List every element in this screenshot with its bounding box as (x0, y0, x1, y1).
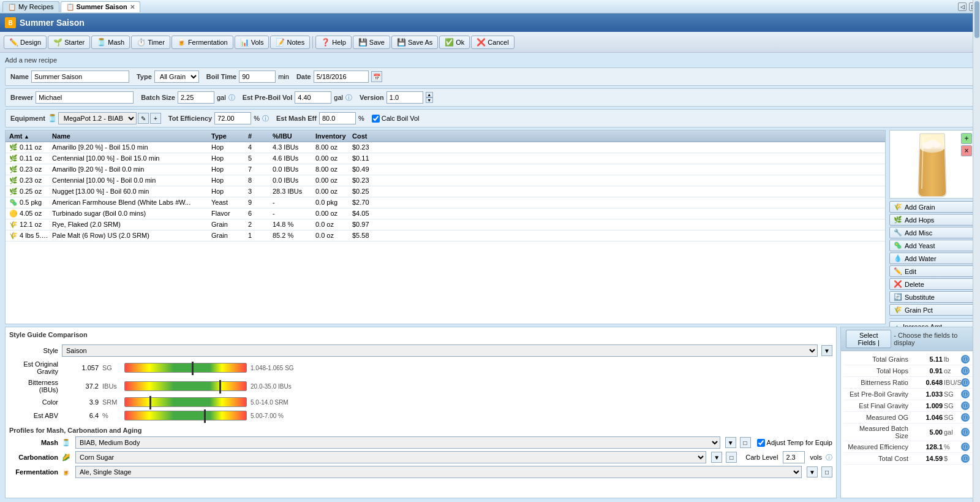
style-select[interactable]: Saison (62, 344, 818, 357)
select-fields-btn[interactable]: Select Fields | (846, 330, 891, 348)
adjust-temp-checkbox[interactable] (757, 439, 765, 447)
brewer-input[interactable] (36, 91, 134, 104)
row-amt: 🌿 0.11 oz (8, 154, 51, 163)
add-hops-btn[interactable]: 🌿Add Hops (889, 214, 975, 226)
design-btn[interactable]: ✏️Design (4, 36, 47, 49)
bitterness-ratio-info[interactable]: ⓘ (961, 378, 970, 387)
ferm-edit-btn[interactable]: ▼ (807, 466, 818, 477)
tab-my-recipes[interactable]: 📋 My Recipes (2, 1, 59, 12)
carb-select[interactable]: Corn Sugar (75, 451, 706, 463)
table-row[interactable]: 🌿 0.23 oz Amarillo [9.20 %] - Boil 0.0 m… (6, 164, 885, 175)
starter-btn[interactable]: 🌱Starter (48, 36, 90, 49)
mash-eff-input[interactable] (319, 112, 356, 124)
mash-btn[interactable]: 🫙Mash (91, 36, 130, 49)
style-options-btn[interactable]: ▼ (821, 345, 832, 356)
glass-del-btn[interactable]: × (961, 145, 972, 156)
col-cost[interactable]: Cost (351, 132, 382, 140)
carb-options-btn[interactable]: □ (726, 452, 737, 463)
tot-eff-info[interactable]: ⓘ (262, 114, 269, 123)
total-cost-info[interactable]: ⓘ (961, 454, 970, 463)
save-as-btn[interactable]: 💾Save As (391, 36, 438, 49)
col-num[interactable]: # (247, 132, 271, 140)
add-misc-btn[interactable]: 🔧Add Misc (889, 227, 975, 238)
starter-icon: 🌱 (53, 38, 62, 47)
version-input[interactable] (386, 91, 423, 104)
name-input[interactable] (31, 70, 129, 83)
batch-size-input[interactable] (178, 91, 214, 104)
bitterness-ratio-unit: IBU/SG (943, 379, 961, 386)
equipment-select[interactable]: MegaPot 1.2 - BIAB (58, 112, 137, 124)
total-hops-info[interactable]: ⓘ (961, 367, 970, 375)
mash-select[interactable]: BIAB, Medium Body (75, 436, 720, 449)
notes-btn[interactable]: 📝Notes (270, 36, 310, 49)
final-gravity-info[interactable]: ⓘ (961, 401, 970, 410)
version-up-btn[interactable]: ▲ (426, 92, 433, 97)
cancel-btn[interactable]: ❌Cancel (471, 36, 514, 49)
row-inventory: 0.00 oz (314, 209, 351, 218)
vols-btn[interactable]: 📊Vols (235, 36, 270, 49)
glass-add-btn[interactable]: + (961, 133, 972, 144)
measured-batch-info[interactable]: ⓘ (961, 428, 970, 436)
pre-boil-gravity-info[interactable]: ⓘ (961, 390, 970, 398)
date-input[interactable] (314, 70, 369, 83)
ferm-select[interactable]: Ale, Single Stage (75, 466, 802, 478)
style-select-row: Style Saison ▼ (9, 344, 832, 357)
total-grains-info[interactable]: ⓘ (961, 355, 970, 363)
minimize-btn[interactable]: ◁ (958, 2, 967, 11)
table-row[interactable]: 🌿 0.25 oz Nugget [13.00 %] - Boil 60.0 m… (6, 186, 885, 197)
table-row[interactable]: 🟡 4.05 oz Turbinado sugar (Boil 0.0 mins… (6, 208, 885, 219)
col-amt[interactable]: Amt (8, 132, 51, 140)
table-row[interactable]: 🌿 0.11 oz Centennial [10.00 %] - Boil 15… (6, 153, 885, 164)
add-yeast-btn[interactable]: 🦠Add Yeast (889, 240, 975, 251)
measured-eff-info[interactable]: ⓘ (961, 443, 970, 451)
equipment-add-btn[interactable]: + (150, 113, 161, 124)
boil-time-input[interactable] (239, 70, 276, 83)
mash-edit-btn[interactable]: ▼ (725, 437, 736, 448)
add-water-btn[interactable]: 💧Add Water (889, 253, 975, 264)
date-picker-btn[interactable]: 📅 (371, 71, 382, 82)
brewer-label: Brewer (10, 94, 33, 101)
profiles-section: Profiles for Mash, Carbonation and Aging… (9, 427, 832, 481)
table-row[interactable]: 🦠 0.5 pkg American Farmhouse Blend (Whit… (6, 197, 885, 208)
version-down-btn[interactable]: ▼ (426, 97, 433, 103)
fermentation-btn[interactable]: 🍺Fermentation (172, 36, 233, 49)
batch-size-info[interactable]: ⓘ (228, 93, 235, 102)
mash-options-btn[interactable]: □ (740, 437, 751, 448)
pre-boil-vol-input[interactable] (295, 91, 331, 104)
carb-level-input[interactable] (783, 451, 805, 463)
measured-og-info[interactable]: ⓘ (961, 413, 970, 422)
scrollbar-thumb[interactable] (974, 1, 979, 38)
edit-btn[interactable]: ✏️Edit (889, 265, 975, 277)
table-row[interactable]: 🌾 4 lbs 5.7 oz Pale Malt (6 Row) US (2.0… (6, 230, 885, 241)
grain-pct-btn[interactable]: 🌾Grain Pct (889, 304, 975, 316)
gravity-marker (192, 362, 194, 375)
pre-boil-vol-info[interactable]: ⓘ (345, 93, 352, 102)
help-btn[interactable]: ❓Help (315, 36, 352, 49)
row-extra (382, 187, 400, 196)
ibu-value: 37.2 (62, 382, 99, 390)
table-row[interactable]: 🌾 12.1 oz Rye, Flaked (2.0 SRM) Grain 2 … (6, 219, 885, 230)
save-btn[interactable]: 💾Save (353, 36, 390, 49)
total-grains-value: 5.11 (912, 356, 943, 363)
carb-edit-btn[interactable]: ▼ (711, 452, 722, 463)
col-name[interactable]: Name (51, 132, 210, 140)
table-row[interactable]: 🌿 0.23 oz Centennial [10.00 %] - Boil 0.… (6, 175, 885, 186)
tot-eff-input[interactable] (214, 112, 251, 124)
col-inventory[interactable]: Inventory (314, 132, 351, 140)
type-select[interactable]: All Grain (154, 70, 199, 83)
tab-close-btn[interactable]: ✕ (130, 4, 135, 10)
timer-btn[interactable]: ⏱️Timer (131, 36, 170, 49)
scrollbar[interactable] (973, 0, 980, 501)
col-pct-ibu[interactable]: %/IBU (271, 132, 314, 140)
col-type[interactable]: Type (210, 132, 247, 140)
tab-summer-saison[interactable]: 📋 Summer Saison ✕ (61, 1, 140, 12)
substitute-btn[interactable]: 🔄Substitute (889, 291, 975, 303)
carb-level-info[interactable]: ⓘ (826, 453, 832, 462)
equipment-edit-btn[interactable]: ✎ (138, 113, 149, 124)
delete-btn[interactable]: ❌Delete (889, 278, 975, 290)
add-grain-btn[interactable]: 🌾Add Grain (889, 201, 975, 213)
calc-boil-vol-checkbox[interactable] (372, 115, 380, 123)
ferm-options-btn[interactable]: □ (821, 466, 832, 477)
ok-btn[interactable]: ✅Ok (439, 36, 470, 49)
table-row[interactable]: 🌿 0.11 oz Amarillo [9.20 %] - Boil 15.0 … (6, 142, 885, 153)
